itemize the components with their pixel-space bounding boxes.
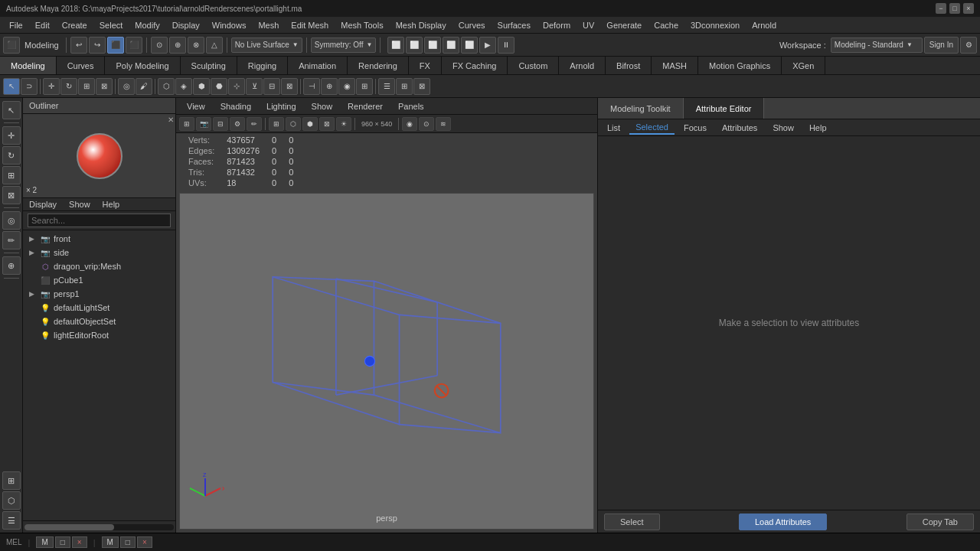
merge-btn[interactable]: ⬢ <box>193 78 210 95</box>
menu-item-file[interactable]: File <box>3 19 29 31</box>
universal-lt-btn[interactable]: ⊠ <box>2 186 21 204</box>
status-tab-x1[interactable]: × <box>72 536 87 548</box>
lasso-tool[interactable]: ⊃ <box>21 78 38 95</box>
mode-tab-fx[interactable]: FX <box>409 57 442 74</box>
grid-lt-btn[interactable]: ⊞ <box>2 471 21 490</box>
tab-modeling-toolkit[interactable]: Modeling Toolkit <box>598 98 684 119</box>
snap-btn-4[interactable]: △ <box>206 37 223 54</box>
attr-menu-list[interactable]: List <box>601 122 626 134</box>
render-btn-3[interactable]: ⬜ <box>424 37 441 54</box>
tree-item-side[interactable]: ▶ 📷 side <box>23 246 175 259</box>
copy-tab-button[interactable]: Copy Tab <box>906 514 974 530</box>
minimize-button[interactable]: − <box>936 3 946 14</box>
toolbar-btn-3[interactable]: ↪ <box>89 37 106 54</box>
mode-tab-custom[interactable]: Custom <box>508 57 559 74</box>
vp-cam-btn[interactable]: 📷 <box>196 117 211 131</box>
rotate-lt-btn[interactable]: ↻ <box>2 146 21 165</box>
render-btn-2[interactable]: ⬜ <box>406 37 423 54</box>
menu-item-uv[interactable]: UV <box>577 19 600 31</box>
tree-item-light-editor-root[interactable]: 💡 lightEditorRoot <box>23 328 175 342</box>
vp-menu-shading[interactable]: Shading <box>213 100 259 112</box>
uv3-btn[interactable]: ⊠ <box>413 78 430 95</box>
snap-btn-2[interactable]: ⊕ <box>169 37 186 54</box>
snap-btn-1[interactable]: ⊙ <box>151 37 168 54</box>
attr-menu-focus[interactable]: Focus <box>678 122 713 134</box>
menu-item-select[interactable]: Select <box>93 19 129 31</box>
status-tab-x2[interactable]: × <box>137 536 152 548</box>
menu-item-3dconnexion[interactable]: 3Dconnexion <box>684 19 746 31</box>
vp-attr-btn[interactable]: ⚙ <box>230 117 245 131</box>
menu-item-mesh[interactable]: Mesh <box>252 19 285 31</box>
vp-menu-lighting[interactable]: Lighting <box>259 100 304 112</box>
menu-item-deform[interactable]: Deform <box>537 19 577 31</box>
mode-tab-poly-modeling[interactable]: Poly Modeling <box>105 57 180 74</box>
symmetry-dropdown[interactable]: Symmetry: Off ▼ <box>311 37 377 53</box>
render-btn-4[interactable]: ⬜ <box>443 37 459 54</box>
vp-back-btn[interactable]: ⊙ <box>419 117 434 131</box>
vp-solid-btn[interactable]: ⬢ <box>302 117 318 131</box>
outliner-show-menu[interactable]: Show <box>63 198 96 210</box>
material-swatch[interactable] <box>77 133 122 179</box>
move-lt-btn[interactable]: ✛ <box>2 126 21 145</box>
status-tab-m1[interactable]: M <box>36 536 53 548</box>
tab-attribute-editor[interactable]: Attribute Editor <box>684 98 765 119</box>
menu-item-edit[interactable]: Edit <box>29 19 56 31</box>
menu-item-curves[interactable]: Curves <box>452 19 492 31</box>
mode-tab-sculpting[interactable]: Sculpting <box>181 57 237 74</box>
mode-tab-animation[interactable]: Animation <box>288 57 348 74</box>
render-btn-1[interactable]: ⬜ <box>387 37 404 54</box>
attr-menu-selected[interactable]: Selected <box>629 121 675 135</box>
universal-tool[interactable]: ⊠ <box>96 78 113 95</box>
scale-lt-btn[interactable]: ⊞ <box>2 166 21 184</box>
load-attributes-button[interactable]: Load Attributes <box>739 514 827 530</box>
uv2-btn[interactable]: ⊞ <box>396 78 413 95</box>
attr-menu-show[interactable]: Show <box>766 122 800 134</box>
vp-wire-btn[interactable]: ⬡ <box>286 117 301 131</box>
select-button[interactable]: Select <box>604 514 660 530</box>
outliner-scrollbar-handle[interactable] <box>24 524 114 530</box>
bevel-btn[interactable]: ◈ <box>175 78 192 95</box>
snap-btn-3[interactable]: ⊗ <box>188 37 204 54</box>
viewport-3d[interactable]: x z persp <box>179 193 594 530</box>
select-lt-btn[interactable]: ↖ <box>2 101 21 119</box>
menu-item-surfaces[interactable]: Surfaces <box>492 19 537 31</box>
live-surface-dropdown[interactable]: No Live Surface ▼ <box>231 37 302 53</box>
outliner-help-menu[interactable]: Help <box>96 198 126 210</box>
mode-tab-mash[interactable]: MASH <box>652 57 698 74</box>
rotate-tool[interactable]: ↻ <box>60 78 77 95</box>
combine-btn[interactable]: ⊕ <box>321 78 338 95</box>
menu-item-edit-mesh[interactable]: Edit Mesh <box>285 19 335 31</box>
vp-layout-btn[interactable]: ⊞ <box>179 117 194 131</box>
insert-edgeloop-btn[interactable]: ⊟ <box>263 78 280 95</box>
vp-iso-btn[interactable]: ◉ <box>402 117 417 131</box>
mode-tab-curves[interactable]: Curves <box>57 57 106 74</box>
render-btn-5[interactable]: ⬜ <box>461 37 478 54</box>
tree-item-pcube1[interactable]: ⬛ pCube1 <box>23 273 175 287</box>
status-tab-sq1[interactable]: □ <box>55 536 70 548</box>
move-tool[interactable]: ✛ <box>43 78 60 95</box>
vp-paint-btn[interactable]: ✏ <box>247 117 262 131</box>
toolbar-btn-sel1[interactable]: ⬛ <box>107 37 124 54</box>
vp-depth-btn[interactable]: ≋ <box>436 117 451 131</box>
scale-tool[interactable]: ⊞ <box>78 78 95 95</box>
paint-lt-btn[interactable]: ✏ <box>2 231 21 249</box>
uv-btn[interactable]: ☰ <box>378 78 395 95</box>
menu-item-mesh-display[interactable]: Mesh Display <box>390 19 452 31</box>
multicut-btn[interactable]: ⊹ <box>228 78 245 95</box>
vp-grid-btn[interactable]: ⊞ <box>269 117 284 131</box>
render-btn-7[interactable]: ⏸ <box>498 37 514 54</box>
menu-item-windows[interactable]: Windows <box>206 19 253 31</box>
mode-tab-arnold[interactable]: Arnold <box>559 57 606 74</box>
close-button[interactable]: × <box>963 3 974 14</box>
smooth-btn[interactable]: ◉ <box>338 78 355 95</box>
lattice-btn[interactable]: ⊞ <box>356 78 373 95</box>
tree-item-front[interactable]: ▶ 📷 front <box>23 232 175 246</box>
thumb-close-btn[interactable]: ✕ <box>168 116 174 124</box>
display-lt-btn[interactable]: ⬡ <box>2 491 21 510</box>
attr-menu-help[interactable]: Help <box>803 122 833 134</box>
maximize-button[interactable]: □ <box>949 3 960 14</box>
tree-item-default-object-set[interactable]: 💡 defaultObjectSet <box>23 315 175 328</box>
attr-menu-attributes[interactable]: Attributes <box>716 122 763 134</box>
vp-texture-btn[interactable]: ⊠ <box>319 117 335 131</box>
mode-tab-fx-caching[interactable]: FX Caching <box>442 57 508 74</box>
